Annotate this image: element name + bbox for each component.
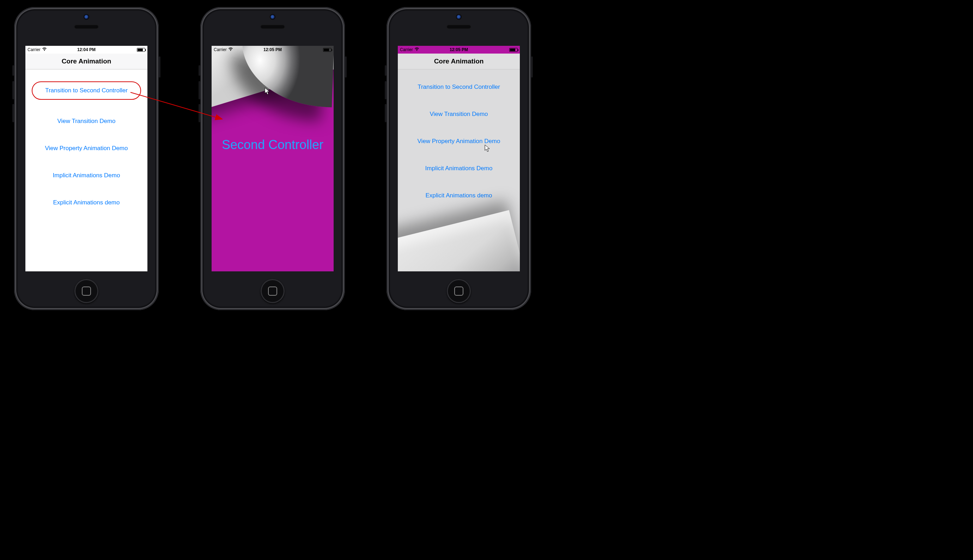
view-transition-button[interactable]: View Transition Demo <box>425 108 492 120</box>
wifi-icon <box>415 47 419 52</box>
power-button <box>159 57 160 78</box>
ghost-text: View Transition Demo <box>231 55 265 70</box>
second-controller-label: Second Controller <box>212 137 334 152</box>
page-back-curl <box>240 46 334 107</box>
mute-switch <box>12 65 14 76</box>
home-button[interactable] <box>74 279 99 303</box>
transition-button[interactable]: Transition to Second Controller <box>413 82 504 93</box>
carrier-label: Carrier <box>400 47 413 52</box>
main-content: Transition to Second Controller View Tra… <box>398 69 520 272</box>
carrier-label: Carrier <box>27 47 40 52</box>
wifi-icon <box>42 47 47 52</box>
volume-down <box>12 104 14 122</box>
earpiece-icon <box>74 25 99 29</box>
status-bar: Carrier 12:05 PM <box>212 46 334 53</box>
explicit-animations-button[interactable]: Explicit Animations demo <box>421 190 497 201</box>
screen-1: Carrier 12:04 PM Core Animation Transiti… <box>25 46 147 272</box>
page-curl-transition: Implicit Animations Demo View Property A… <box>212 46 334 272</box>
volume-up <box>12 81 14 99</box>
page-front <box>212 46 334 125</box>
status-bar: Carrier 12:04 PM <box>25 46 147 53</box>
view-transition-button[interactable]: View Transition Demo <box>53 116 120 127</box>
volume-down <box>199 104 200 122</box>
phone-2: Second Controller Implicit Animations De… <box>200 7 345 310</box>
volume-up <box>199 81 200 99</box>
phone-3: Carrier 12:05 PM Core Animation Transiti… <box>386 7 531 310</box>
highlight-ring: Transition to Second Controller <box>32 82 141 100</box>
status-bar: Carrier 12:05 PM <box>398 46 520 53</box>
nav-bar: Core Animation <box>398 53 520 70</box>
home-button[interactable] <box>447 279 471 303</box>
mute-switch <box>385 65 386 76</box>
battery-icon <box>137 48 145 52</box>
power-button <box>531 57 533 78</box>
main-content: Transition to Second Controller View Tra… <box>25 69 147 272</box>
front-camera-icon <box>457 15 461 19</box>
wifi-icon <box>228 47 233 52</box>
implicit-animations-button[interactable]: Implicit Animations Demo <box>421 163 497 174</box>
nav-title: Core Animation <box>62 57 112 65</box>
ghost-text: View Property Animation Demo <box>237 64 284 82</box>
battery-icon <box>509 48 518 52</box>
battery-icon <box>323 48 331 52</box>
earpiece-icon <box>260 25 285 29</box>
phone-1: Carrier 12:04 PM Core Animation Transiti… <box>14 7 159 310</box>
view-property-button[interactable]: View Property Animation Demo <box>41 143 132 154</box>
cursor-icon <box>264 87 270 95</box>
front-camera-icon <box>84 15 89 19</box>
home-button[interactable] <box>261 279 284 303</box>
nav-title: Core Animation <box>434 57 484 65</box>
earpiece-icon <box>446 25 471 29</box>
carrier-label: Carrier <box>214 47 227 52</box>
volume-up <box>385 81 386 99</box>
power-button <box>345 57 347 78</box>
mute-switch <box>199 65 200 76</box>
view-property-button[interactable]: View Property Animation Demo <box>413 136 505 147</box>
implicit-animations-button[interactable]: Implicit Animations Demo <box>48 170 124 181</box>
screenshot-stage: Carrier 12:04 PM Core Animation Transiti… <box>0 0 973 560</box>
screen-3: Carrier 12:05 PM Core Animation Transiti… <box>398 46 520 272</box>
explicit-animations-button[interactable]: Explicit Animations demo <box>49 197 124 208</box>
screen-2: Second Controller Implicit Animations De… <box>212 46 334 272</box>
nav-bar: Core Animation <box>25 53 147 70</box>
front-camera-icon <box>271 15 275 19</box>
ghost-text: Implicit Animations Demo <box>247 75 294 94</box>
volume-down <box>385 104 386 122</box>
transition-button[interactable]: Transition to Second Controller <box>41 85 132 96</box>
